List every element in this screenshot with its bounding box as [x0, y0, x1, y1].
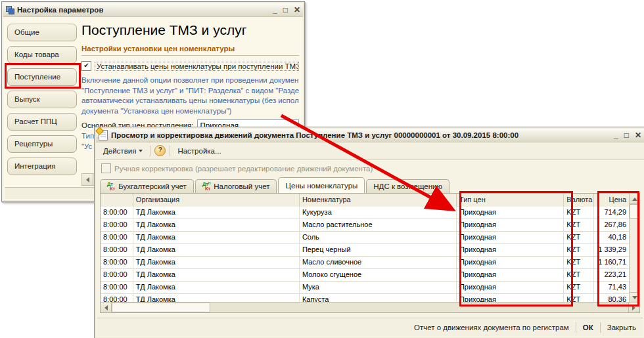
cell-currency: KZT [564, 257, 594, 268]
hint-line: автоматически устанавливать цены номенкл… [81, 96, 299, 106]
movements-window: Просмотр и корректировка движений докуме… [94, 127, 644, 338]
close-button[interactable]: ✕ [635, 130, 641, 140]
table-row[interactable]: 8:00:00 ТД Лакомка Перец черный Приходна… [101, 244, 630, 257]
cell-nomenclature: Молоко сгущеное [300, 269, 457, 281]
sidebar-item-postuplenie[interactable]: Поступление [7, 68, 77, 86]
sidebar-item-obshchie[interactable]: Общие [7, 24, 77, 41]
cell-time: 8:00:00 [101, 207, 133, 219]
maximize-button[interactable]: □ [283, 5, 288, 15]
cell-currency: KZT [564, 219, 594, 231]
scrollbar-thumb[interactable] [630, 204, 639, 219]
cell-organization: ТД Лакомка [133, 232, 300, 243]
column-header-organization[interactable]: Организация [133, 194, 300, 207]
cell-nomenclature: Мука [300, 282, 457, 293]
horizontal-scrollbar[interactable] [101, 302, 639, 312]
scroll-up-icon [632, 195, 637, 201]
movements-window-title: Просмотр и корректировка движений докуме… [111, 131, 518, 139]
maximize-button[interactable]: □ [624, 130, 629, 140]
chevron-down-icon [139, 150, 143, 154]
toolbar: Действия ? Настройка... [96, 142, 644, 159]
close-window-button[interactable]: Закрыть [601, 324, 643, 331]
table-body: 8:00:00 ТД Лакомка Кукуруза Приходная KZ… [101, 207, 630, 303]
table-row[interactable]: 8:00:00 ТД Лакомка Масло сливочное Прихо… [101, 257, 630, 269]
cell-organization: ТД Лакомка [133, 219, 300, 231]
help-button[interactable]: ? [154, 145, 166, 156]
hint-line: документа "Установка цен номенклатуры") [81, 106, 299, 117]
footer-button-bar: Отчет о движениях документа по регистрам… [97, 318, 643, 336]
minimize-button[interactable]: _ [614, 130, 618, 140]
scroll-left-icon [102, 305, 108, 310]
close-button[interactable]: ✕ [294, 5, 300, 15]
set-prices-checkbox-label[interactable]: Устанавливать цены номенклатуры при пост… [95, 62, 299, 71]
cell-price: 71,43 [594, 282, 630, 293]
tab-ceny-nomenklatury[interactable]: Цены номенклатуры [278, 177, 365, 193]
cell-currency: KZT [564, 269, 594, 281]
cell-time: 8:00:00 [101, 232, 133, 243]
scroll-up-button[interactable] [630, 194, 639, 204]
report-movements-button[interactable]: Отчет о движениях документа по регистрам [407, 324, 576, 331]
table-row[interactable]: 8:00:00 ТД Лакомка Соль Приходная KZT 40… [101, 232, 630, 244]
settings-button[interactable]: Настройка... [174, 146, 224, 156]
sidebar-item-vypusk[interactable]: Выпуск [7, 91, 77, 108]
cell-price: 267,86 [594, 219, 630, 231]
cell-organization: ТД Лакомка [133, 207, 300, 219]
movements-table: Организация Номенклатура Тип цен Валюта … [100, 193, 640, 313]
scroll-left-button[interactable] [101, 303, 112, 312]
cell-price: 714,29 [594, 207, 630, 219]
toolbar-separator [150, 146, 150, 156]
tab-buh-uchet[interactable]: Дт Кт Бухгалтерский учет [100, 179, 194, 193]
table-row[interactable]: 8:00:00 ТД Лакомка Кукуруза Приходная KZ… [101, 207, 630, 219]
dt-kt-n-icon: Дтᴴ Кт [202, 182, 210, 191]
movements-window-titlebar[interactable]: Просмотр и корректировка движений докуме… [96, 129, 644, 142]
settings-window-icon [6, 6, 14, 14]
scroll-down-button[interactable] [630, 292, 639, 303]
cell-organization: ТД Лакомка [133, 244, 300, 256]
cell-price: 40,18 [594, 232, 630, 243]
sidebar-item-receptury[interactable]: Рецептуры [7, 135, 77, 153]
column-header-currency[interactable]: Валюта [564, 194, 594, 207]
tab-nds-k-vozmeshcheniyu[interactable]: НДС к возмещению [366, 179, 449, 193]
cell-price-type: Приходная [457, 207, 564, 219]
table-row[interactable]: 8:00:00 ТД Лакомка Молоко сгущеное Прихо… [101, 269, 630, 282]
cell-time: 8:00:00 [101, 219, 133, 231]
cell-organization: ТД Лакомка [133, 257, 300, 268]
cell-price-type: Приходная [457, 244, 564, 256]
column-header-time[interactable] [101, 194, 133, 207]
actions-menu-label: Действия [103, 147, 136, 155]
tab-nalog-uchet[interactable]: Дтᴴ Кт Налоговый учет [195, 179, 277, 193]
set-prices-checkbox[interactable]: ✔ [81, 61, 91, 71]
table-row[interactable]: 8:00:00 ТД Лакомка Мука Приходная KZT 71… [101, 282, 630, 294]
dt-kt-icon: Дт Кт [107, 182, 115, 191]
toolbar-separator [170, 146, 170, 156]
scroll-right-button[interactable] [628, 303, 639, 312]
cell-time: 8:00:00 [101, 244, 133, 256]
sidebar-item-kody-tovara[interactable]: Коды товара [7, 46, 77, 64]
cell-nomenclature: Масло растительное [300, 219, 457, 231]
cell-price-type: Приходная [457, 257, 564, 268]
actions-menu-button[interactable]: Действия [100, 146, 146, 156]
column-header-price[interactable]: Цена [594, 194, 630, 207]
hint-line: Включение данной опции позволяет при про… [81, 75, 299, 86]
settings-window-titlebar[interactable]: Настройка параметров _ □ ✕ [3, 3, 303, 17]
sidebar-item-integraciya[interactable]: Интеграция [7, 158, 77, 175]
table-row[interactable]: 8:00:00 ТД Лакомка Масло растительное Пр… [101, 219, 630, 232]
cell-organization: ТД Лакомка [133, 269, 300, 281]
cell-nomenclature: Масло сливочное [300, 257, 457, 268]
scrollbar-thumb[interactable] [112, 303, 210, 312]
cell-price-type: Приходная [457, 219, 564, 231]
section-title: Настройки установки цен номенклатуры [81, 45, 299, 56]
column-header-nomenclature[interactable]: Номенклатура [300, 194, 457, 207]
ok-button[interactable]: ОК [576, 324, 600, 331]
manual-correction-checkbox[interactable] [101, 163, 111, 173]
cell-organization: ТД Лакомка [133, 282, 300, 293]
sidebar-item-raschet-ppc[interactable]: Расчет ППЦ [7, 113, 77, 131]
column-header-price-type[interactable]: Тип цен [457, 194, 564, 207]
document-movements-icon [99, 130, 108, 140]
cell-currency: KZT [564, 232, 594, 243]
cell-price: 1 339,29 [594, 244, 630, 256]
cell-price: 1 160,71 [594, 257, 630, 268]
minimize-button[interactable]: _ [273, 5, 277, 15]
scroll-left-button[interactable] [82, 174, 93, 185]
vertical-scrollbar[interactable] [629, 194, 639, 303]
cell-price-type: Приходная [457, 282, 564, 293]
